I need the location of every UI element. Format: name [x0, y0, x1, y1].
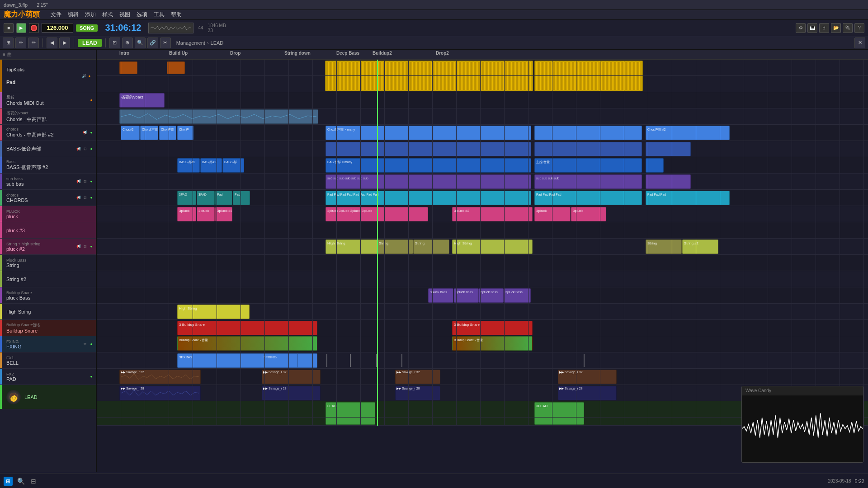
tool-draw[interactable]: ✏	[28, 38, 39, 48]
clip-high-string-buildup2[interactable]: High String	[452, 239, 533, 254]
clip-sub-buildup2[interactable]: sub sub sub sub	[534, 174, 642, 189]
track-chords3[interactable]: chords CHORDS 📢 ⊡ ●	[0, 190, 96, 206]
clip-buildup-snare-env1[interactable]: Buildup Snare - 音量	[177, 336, 317, 351]
clip-pluck-bass-3[interactable]: 3pluck Bass	[479, 288, 504, 303]
play-button[interactable]: ▶	[16, 23, 26, 33]
clip-chords-midi-intro[interactable]: 省要的voact	[119, 93, 165, 108]
plugin-icon[interactable]: 🔌	[843, 23, 853, 33]
clip-chords-drop2[interactable]: Pad Pad Pad	[646, 191, 730, 205]
mixer-icon[interactable]: 🎚	[819, 23, 829, 33]
clip-pluck-b3[interactable]: 3pluck #3	[215, 207, 232, 221]
settings-icon[interactable]: ⚙	[796, 23, 806, 33]
track-pluck3[interactable]: pluck #3	[0, 222, 96, 239]
mode-badge[interactable]: LEAD	[78, 39, 102, 47]
bpm-display[interactable]: 126.000	[42, 23, 73, 33]
tool-close[interactable]: ✕	[854, 38, 865, 48]
clip-fx2-buildup2b[interactable]: ▶▶ Savage_r 28	[558, 386, 617, 400]
taskbar-taskview-icon[interactable]: ⊟	[29, 477, 38, 486]
clip-pad-intro1[interactable]	[119, 61, 137, 74]
clip-chords-zh-wave[interactable]	[119, 109, 318, 124]
menu-tools[interactable]: 工具	[154, 11, 165, 19]
track-high-string[interactable]: High String	[0, 304, 96, 320]
clip-chz2-3[interactable]: Cho.声部	[159, 126, 176, 140]
clip-string-drop2[interactable]: String	[413, 239, 449, 254]
clip-lead-buildup2[interactable]: 3LEAD	[534, 402, 584, 425]
clip-pluck-b2[interactable]: 3pluck	[197, 207, 215, 221]
track-sub[interactable]: sub bass sub bas 📢 ⊡ ●	[0, 174, 96, 190]
tool-snap[interactable]: ⊡	[109, 38, 120, 48]
track-bass[interactable]: BASS-低音声部 📢 ⊡ ●	[0, 141, 96, 157]
clip-bass-buildup2[interactable]	[534, 142, 642, 156]
clip-chz2-buildup2[interactable]	[534, 126, 642, 140]
clip-pluck-bass-1[interactable]: 3pluck Bass	[428, 288, 453, 303]
tool-magnet[interactable]: ⊕	[122, 38, 133, 48]
clip-pad-buildup2[interactable]	[534, 61, 643, 91]
piano-icon[interactable]: 🎹	[807, 23, 817, 33]
clip-pluck-bass-4[interactable]: 3pluck Bass	[504, 288, 531, 303]
clip-fx2-buildup[interactable]: ▶▶ Savage_r 28	[262, 386, 321, 400]
clip-chz2-1[interactable]: Chor.#2	[121, 126, 140, 140]
clip-pluck-b1[interactable]: 3pluck	[177, 207, 196, 221]
clip-bass-drop[interactable]	[326, 142, 531, 156]
breadcrumb-management[interactable]: Management	[176, 40, 205, 46]
song-mode-label[interactable]: SONG	[76, 24, 98, 32]
track-string[interactable]: Pluck Bass String	[0, 255, 96, 271]
menu-view[interactable]: 视图	[119, 11, 130, 19]
track-chords-zh2[interactable]: chords Chords - 中高声部 #2 📢 ●	[0, 125, 96, 141]
menu-add[interactable]: 添加	[85, 11, 96, 19]
clip-fx1-buildup2[interactable]: ▶▶ Savage_r 32	[262, 370, 321, 384]
clip-fx1-buildup2b[interactable]: ▶▶ Savage_r 32	[558, 370, 617, 384]
taskbar-windows-icon[interactable]: ⊞	[4, 477, 13, 486]
clip-fx1-intro[interactable]: ▶▶ Savage_r 32	[119, 370, 201, 384]
track-pluck2[interactable]: String + high string pluck #2 📢 ⊡ ●	[0, 239, 96, 255]
clip-bass2-drop2[interactable]	[646, 158, 664, 173]
track-bass2[interactable]: Bass BASS-低音声部 #2	[0, 157, 96, 174]
clip-pluck-buildup2a[interactable]: 3pluck #2	[452, 207, 533, 221]
track-pad2[interactable]: FX2 PAD ●	[0, 369, 96, 385]
track-pad[interactable]: TopKicks 🔊 ● Pad	[0, 60, 96, 92]
menu-options[interactable]: 选项	[137, 11, 147, 19]
tool-zoom[interactable]: 🔍	[135, 38, 146, 48]
clip-high-string-buildup[interactable]: High String	[177, 305, 250, 319]
clip-chz2-drop2[interactable]: Chor.声部 #2	[646, 126, 730, 140]
clip-fx2-drop[interactable]: ▶▶ Savage_r 28	[395, 386, 440, 400]
clip-pad-drop[interactable]	[325, 61, 533, 91]
clip-buildup-snare-env2[interactable]: Buildup Snare - 音量	[452, 336, 533, 351]
clip-pluck-drop[interactable]: 3pluck 3pluck 3pluck 3pluck	[326, 207, 428, 221]
clip-fx2-intro[interactable]: ▶▶ Savage_r 28	[119, 386, 201, 400]
tool-grid[interactable]: ⊞	[3, 38, 14, 48]
clip-chz2-2[interactable]: Chord.声部	[140, 126, 158, 140]
browser-icon[interactable]: 📂	[831, 23, 841, 33]
clip-string2-drop2[interactable]: String #2	[682, 239, 718, 254]
clip-buildup-snare-buildup2[interactable]: 3 Buildup Snare	[452, 321, 533, 335]
clip-lead-drop[interactable]: LEAD	[326, 402, 375, 425]
clip-string-drop2a[interactable]: String	[646, 239, 682, 254]
clip-buildup-snare-buildup[interactable]: 3 Buildup Snare	[177, 321, 317, 335]
clip-pad-buildup1[interactable]	[167, 61, 185, 74]
clip-fxing-buildup2[interactable]: 3FXING	[262, 353, 298, 368]
menu-style[interactable]: 样式	[102, 11, 113, 19]
menu-edit[interactable]: 编辑	[68, 11, 79, 19]
taskbar-search-icon[interactable]: 🔍	[16, 477, 25, 486]
track-pluck[interactable]: PLUCK pluck	[0, 206, 96, 222]
track-pluck-bass[interactable]: Buildup Snare pluck Bass	[0, 287, 96, 304]
help-icon[interactable]: ?	[854, 23, 864, 33]
clip-bass-drop2[interactable]	[646, 142, 691, 156]
tool-cut[interactable]: ✂	[160, 38, 171, 48]
clip-chz2-drop[interactable]: Cho.高声部 × many	[326, 126, 531, 140]
track-chords-zh[interactable]: 省要的voact Chords - 中高声部	[0, 108, 96, 125]
clip-chords-i2[interactable]: 3PAD	[197, 191, 215, 205]
clip-sub-drop2[interactable]	[646, 174, 691, 189]
clip-pluck-bass-2[interactable]: 3pluck Bass	[454, 288, 479, 303]
clip-chords-drop[interactable]: Pad Pad Pad Pad Pad Pad Pad Pad	[326, 191, 531, 205]
tool-link[interactable]: 🔗	[147, 38, 158, 48]
clip-chords-i1[interactable]: 3PAD	[177, 191, 196, 205]
clip-bass2-drop[interactable]: BAS.音部 × many	[326, 158, 531, 173]
tool-next[interactable]: ▶	[59, 38, 70, 48]
clip-pluck-buildup2c[interactable]: 3pluck	[571, 207, 606, 221]
track-lead[interactable]: 🧑 LEAD	[0, 385, 96, 409]
tool-pencil[interactable]: ✏	[15, 38, 26, 48]
clip-chords-buildup2[interactable]: Pad Pad Pad Pad	[534, 191, 642, 205]
track-chords-midi[interactable]: 反转 Chords MIDI Out ●	[0, 92, 96, 108]
track-fxing[interactable]: FXING FXING ✏ ●	[0, 336, 96, 352]
